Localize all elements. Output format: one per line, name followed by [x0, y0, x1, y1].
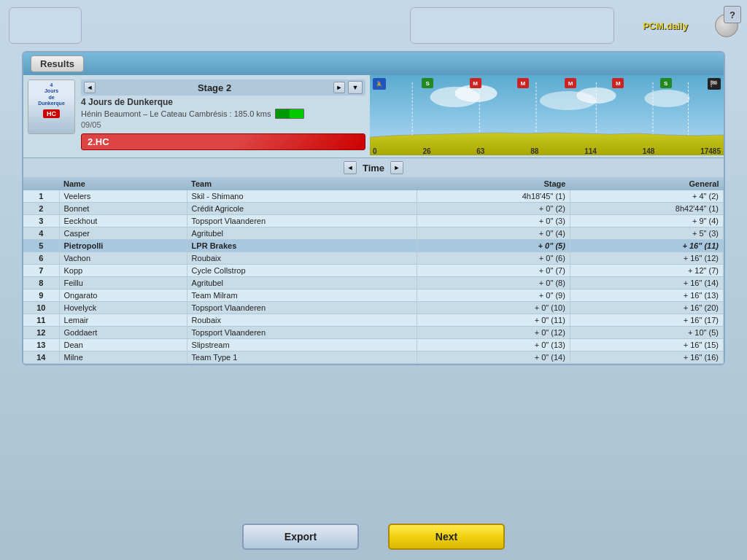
table-row: 9 Ongarato Team Milram + 0" (9) + 16" (1…: [23, 289, 724, 302]
cell-general: + 5" (3): [570, 228, 723, 240]
pcm-logo: PCM.daily: [622, 6, 709, 46]
main-content: Results 4JoursdeDunkerque HC ◄: [22, 51, 725, 509]
results-title: Results: [31, 55, 84, 72]
profile-area: 🚴 S M M M M S 🏁: [370, 75, 724, 158]
cell-team: Agritubel: [187, 277, 417, 289]
cell-team: Topsport Vlaanderen: [187, 215, 417, 228]
help-button[interactable]: ?: [724, 6, 741, 23]
marker-start: 🚴: [373, 78, 386, 90]
top-left-panel: [9, 7, 82, 44]
km-148: 148: [643, 147, 655, 155]
time-next-button[interactable]: ►: [390, 161, 403, 174]
marker-m1: M: [470, 78, 481, 88]
cell-pos: 3: [23, 215, 59, 228]
marker-s2: S: [660, 78, 672, 88]
cell-stage: + 0" (14): [417, 351, 570, 364]
stage-prev-button[interactable]: ◄: [84, 82, 96, 93]
flag-strip: [275, 109, 304, 119]
cell-team: Topsport Vlaanderen: [187, 302, 417, 314]
race-logo-inner: 4JoursdeDunkerque HC: [28, 80, 74, 133]
col-pos: [23, 177, 59, 190]
cell-stage: 4h18'45" (1): [417, 190, 570, 203]
stage-nav-row: ◄ Stage 2 ► ▼: [81, 79, 365, 96]
table-row: 10 Hovelyck Topsport Vlaanderen + 0" (10…: [23, 302, 724, 314]
cell-name: Casper: [59, 228, 187, 240]
cell-name: Lemair: [59, 314, 187, 327]
cell-pos: 6: [23, 252, 59, 265]
cell-stage: + 0" (3): [417, 215, 570, 228]
results-tbody: 1 Veelers Skil - Shimano 4h18'45" (1) + …: [23, 190, 724, 364]
cell-pos: 5: [23, 240, 59, 252]
cell-general: + 16" (11): [570, 240, 723, 252]
cell-general: + 16" (17): [570, 314, 723, 327]
cell-pos: 12: [23, 327, 59, 339]
km-0: 0: [373, 147, 377, 155]
table-row: 14 Milne Team Type 1 + 0" (14) + 16" (16…: [23, 351, 724, 364]
results-table: Name Team Stage General 1 Veelers Skil -…: [23, 177, 724, 364]
cell-stage: + 0" (11): [417, 314, 570, 327]
cell-general: + 16" (16): [570, 351, 723, 364]
cell-team: Roubaix: [187, 252, 417, 265]
cell-pos: 9: [23, 289, 59, 302]
time-prev-button[interactable]: ◄: [344, 161, 357, 174]
cell-name: Goddaert: [59, 327, 187, 339]
cell-stage: + 0" (5): [417, 240, 570, 252]
cell-pos: 14: [23, 351, 59, 364]
table-row: 5 Pietropolli LPR Brakes + 0" (5) + 16" …: [23, 240, 724, 252]
cell-name: Kopp: [59, 265, 187, 277]
cell-pos: 13: [23, 339, 59, 351]
stage-next-button[interactable]: ►: [333, 82, 345, 93]
cell-stage: + 0" (13): [417, 339, 570, 351]
table-row: 8 Feillu Agritubel + 0" (8) + 16" (14): [23, 277, 724, 289]
stage-left: 4JoursdeDunkerque HC ◄ Stage 2 ► ▼ 4 Jou…: [23, 75, 370, 158]
table-row: 4 Casper Agritubel + 0" (4) + 5" (3): [23, 228, 724, 240]
export-button[interactable]: Export: [242, 524, 359, 550]
marker-s1: S: [422, 78, 433, 88]
km-114: 114: [584, 147, 597, 155]
cell-stage: + 0" (7): [417, 265, 570, 277]
top-bar: PCM.daily ?: [0, 0, 747, 51]
cell-general: + 16" (12): [570, 252, 723, 265]
table-row: 6 Vachon Roubaix + 0" (6) + 16" (12): [23, 252, 724, 265]
results-table-wrapper[interactable]: Name Team Stage General 1 Veelers Skil -…: [23, 177, 724, 364]
cell-name: Ongarato: [59, 289, 187, 302]
top-right-area: PCM.daily: [622, 6, 738, 46]
results-header: Results: [23, 52, 724, 75]
table-row: 12 Goddaert Topsport Vlaanderen + 0" (12…: [23, 327, 724, 339]
cell-pos: 4: [23, 228, 59, 240]
marker-m3: M: [565, 78, 576, 88]
table-row: 1 Veelers Skil - Shimano 4h18'45" (1) + …: [23, 190, 724, 203]
cell-name: Feillu: [59, 277, 187, 289]
pcm-logo-text: PCM.daily: [643, 20, 688, 31]
race-logo: 4JoursdeDunkerque HC: [28, 79, 75, 134]
table-row: 7 Kopp Cycle Collstrop + 0" (7) + 12" (7…: [23, 265, 724, 277]
col-team: Team: [187, 177, 417, 190]
cell-team: Team Type 1: [187, 351, 417, 364]
cell-name: Hovelyck: [59, 302, 187, 314]
cell-team: LPR Brakes: [187, 240, 417, 252]
cell-general: + 9" (4): [570, 215, 723, 228]
date-row: 09/05: [81, 120, 365, 129]
table-row: 11 Lemair Roubaix + 0" (11) + 16" (17): [23, 314, 724, 327]
stage-name: Stage 2: [98, 82, 330, 93]
cell-name: Eeckhout: [59, 215, 187, 228]
stage-dropdown-button[interactable]: ▼: [348, 81, 363, 94]
cell-stage: + 0" (4): [417, 228, 570, 240]
next-button[interactable]: Next: [388, 524, 505, 550]
col-stage: Stage: [417, 177, 570, 190]
cell-team: Skil - Shimano: [187, 190, 417, 203]
race-name: 4 Jours de Dunkerque: [81, 97, 365, 107]
km-63: 63: [476, 147, 484, 155]
cell-general: + 16" (13): [570, 289, 723, 302]
cell-name: Veelers: [59, 190, 187, 203]
cell-team: Agritubel: [187, 228, 417, 240]
km-labels: 0 26 63 88 114 148 17485: [373, 147, 721, 155]
table-nav-row: ◄ Time ►: [23, 158, 724, 177]
km-174: 17485: [700, 147, 721, 155]
km-26: 26: [422, 147, 430, 155]
cell-stage: + 0" (6): [417, 252, 570, 265]
cell-general: + 16" (14): [570, 277, 723, 289]
cell-stage: + 0" (12): [417, 327, 570, 339]
cell-name: Bonnet: [59, 203, 187, 215]
cell-general: + 16" (15): [570, 339, 723, 351]
